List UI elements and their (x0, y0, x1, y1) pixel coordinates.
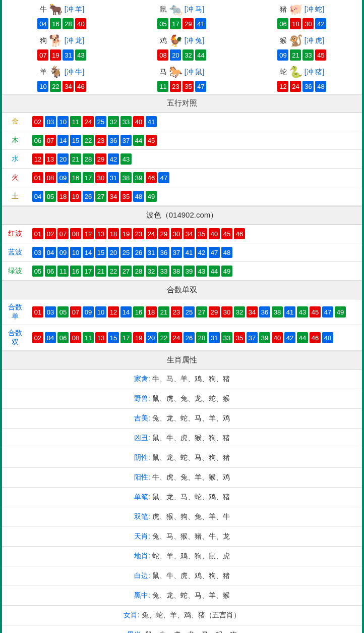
number-chip: 31 (209, 332, 220, 343)
zodiac-icon: 🐍 (289, 67, 302, 78)
number-chip: 10 (37, 81, 48, 92)
row-numbers: 06071415222336374445 (28, 131, 362, 150)
number-chip: 19 (120, 228, 132, 239)
attr-value: 牛、虎、兔、羊、猴、鸡 (152, 473, 230, 481)
table-row: 蓝波03040910141520252631363741424748 (2, 243, 362, 262)
attr-row: 天肖: 兔、马、猴、猪、牛、龙 (2, 527, 362, 547)
number-chip: 23 (170, 81, 181, 92)
attr-row: 白边: 鼠、牛、虎、鸡、狗、猪 (2, 566, 362, 586)
attr-value: 鼠、龙、马、蛇、鸡、猪 (152, 493, 230, 501)
number-chip: 04 (37, 18, 48, 29)
zodiac-cell: 狗🐕[冲 龙]07193143 (2, 31, 122, 63)
zodiac-chong: [冲 虎] (305, 36, 325, 45)
number-chip: 01 (32, 306, 43, 318)
table-row: 木06071415222336374445 (2, 131, 362, 150)
zodiac-numbers: 10223446 (2, 81, 122, 92)
attr-value: 虎、猴、狗、兔、羊、牛 (152, 512, 230, 520)
attrs-list: 家禽: 牛、马、羊、鸡、狗、猪野兽: 鼠、虎、兔、龙、蛇、猴吉美: 兔、龙、蛇、… (2, 370, 362, 633)
zodiac-name: 猴 (280, 36, 287, 45)
row-numbers: 04051819262734354849 (28, 187, 362, 206)
number-chip: 01 (32, 172, 43, 183)
number-chip: 19 (70, 191, 81, 202)
number-chip: 26 (133, 247, 144, 258)
number-chip: 20 (146, 332, 157, 343)
number-chip: 24 (171, 332, 182, 343)
number-chip: 48 (133, 191, 144, 202)
number-chip: 03 (45, 116, 56, 127)
zodiac-name: 马 (160, 68, 167, 77)
number-chip: 09 (57, 172, 69, 183)
number-chip: 18 (146, 306, 157, 318)
attr-value: 兔、龙、蛇、马、羊、猴 (152, 591, 230, 599)
table-row: 合数双0204060811131517192022242628313335373… (2, 325, 362, 351)
row-label: 水 (2, 150, 28, 169)
number-chip: 05 (45, 191, 56, 202)
row-numbers: 05061116172122272832333839434449 (28, 262, 362, 281)
number-chip: 08 (70, 228, 81, 239)
number-chip: 38 (171, 266, 182, 277)
number-chip: 15 (108, 332, 119, 343)
number-chip: 13 (95, 332, 106, 343)
number-chip: 38 (120, 172, 132, 183)
number-chip: 39 (259, 332, 270, 343)
number-chip: 23 (171, 306, 182, 318)
number-chip: 17 (120, 332, 132, 343)
number-chip: 16 (50, 18, 61, 29)
number-chip: 33 (302, 49, 314, 61)
page-wrap: 牛🐂[冲 羊]04162840鼠🐀[冲 马]05172941猪🐖[冲 蛇]061… (0, 0, 364, 633)
number-chip: 32 (183, 49, 194, 61)
number-chip: 43 (75, 49, 86, 61)
number-chip: 09 (83, 306, 94, 318)
zodiac-numbers: 07193143 (2, 49, 122, 61)
zodiac-icon: 🐖 (289, 4, 302, 15)
number-chip: 05 (57, 306, 69, 318)
number-chip: 21 (95, 266, 106, 277)
number-chip: 07 (57, 228, 69, 239)
number-chip: 40 (209, 228, 220, 239)
number-chip: 47 (209, 247, 220, 258)
number-chip: 44 (209, 266, 220, 277)
number-chip: 48 (221, 247, 232, 258)
row-label: 合数单 (2, 299, 28, 325)
number-chip: 24 (83, 116, 94, 127)
attrs-header: 生肖属性 (2, 351, 362, 370)
number-chip: 45 (221, 228, 232, 239)
number-chip: 08 (157, 49, 168, 61)
number-chip: 44 (133, 135, 144, 146)
number-chip: 14 (57, 135, 69, 146)
number-chip: 35 (196, 228, 207, 239)
attr-row: 阴性: 鼠、龙、蛇、马、狗、猪 (2, 448, 362, 468)
attr-key: 黑中: (134, 591, 152, 599)
number-chip: 35 (183, 81, 194, 92)
zodiac-name: 狗 (40, 36, 47, 45)
number-chip: 49 (335, 306, 346, 318)
number-chip: 43 (120, 153, 132, 165)
attr-row: 双笔: 虎、猴、狗、兔、羊、牛 (2, 507, 362, 527)
number-chip: 36 (158, 247, 169, 258)
number-chip: 37 (171, 247, 182, 258)
attr-value: 蛇、羊、鸡、狗、鼠、虎 (152, 552, 230, 560)
attr-key: 吉美: (134, 414, 152, 422)
zodiac-numbers: 06183042 (242, 18, 362, 29)
number-chip: 16 (133, 306, 144, 318)
number-chip: 11 (83, 332, 94, 343)
number-chip: 29 (95, 153, 106, 165)
zodiac-numbers: 04162840 (2, 18, 122, 29)
number-chip: 36 (302, 81, 314, 92)
zodiac-chong: [冲 龙] (65, 36, 85, 45)
attr-key: 阳性: (134, 473, 152, 481)
number-chip: 24 (290, 81, 301, 92)
number-chip: 40 (272, 332, 283, 343)
bose-table: 红波0102070812131819232429303435404546蓝波03… (2, 225, 362, 281)
number-chip: 06 (32, 135, 43, 146)
number-chip: 27 (196, 306, 207, 318)
row-label: 土 (2, 187, 28, 206)
zodiac-cell: 猴🐒[冲 虎]09213345 (242, 31, 362, 63)
number-chip: 19 (133, 332, 144, 343)
number-chip: 45 (146, 135, 157, 146)
attr-key: 家禽: (134, 375, 152, 383)
number-chip: 04 (45, 332, 56, 343)
number-chip: 29 (183, 18, 194, 29)
number-chip: 20 (170, 49, 181, 61)
number-chip: 05 (32, 266, 43, 277)
